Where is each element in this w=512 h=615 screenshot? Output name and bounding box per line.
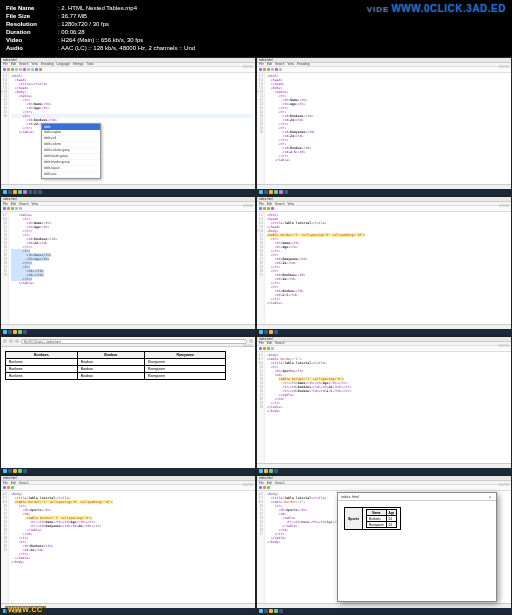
frame-6-editor: index.html FileEditSearch 4 5 6 7 8 9 10… — [256, 336, 512, 476]
task-icon[interactable] — [8, 190, 12, 194]
thumbnail-grid: index.html FileEditSearchViewEncodingLan… — [0, 57, 512, 615]
back-icon[interactable] — [3, 339, 7, 343]
preview-window[interactable]: index.html × Sports NameAge Bunkees24 Ra… — [337, 492, 497, 602]
browser-toolbar[interactable]: file:///C:/Users/.../index.html — [1, 337, 255, 347]
code-editor[interactable]: 1 2 3 4 5 6 7 8 9 10 11 12 13 14 15 16 <… — [1, 73, 255, 185]
start-icon[interactable] — [3, 190, 7, 194]
top-watermark: VIDEWWW.0CLICK.3AD.ED — [367, 2, 506, 16]
browser-viewport[interactable]: BunkeesBoobooRamyanee BunkeesBoobooRamya… — [1, 347, 255, 469]
tool-icon[interactable] — [15, 68, 18, 71]
preview-title: index.html — [341, 494, 359, 499]
meta-value: : 2. HTML Nested Tables.mp4 — [58, 4, 137, 12]
nested-table-inner: NameAge Bunkees24 Ramyanee24 — [366, 509, 397, 528]
frame-2-editor: index.html FileEditSearchViewEncoding 1 … — [256, 57, 512, 197]
file-metadata-block: VIDEWWW.0CLICK.3AD.ED File Name: 2. HTML… — [0, 0, 512, 57]
close-icon[interactable]: × — [487, 494, 493, 500]
preview-titlebar[interactable]: index.html × — [338, 493, 496, 501]
reload-icon[interactable] — [15, 339, 19, 343]
line-gutter: 1 2 3 4 5 6 7 8 9 10 11 12 13 14 15 16 — [1, 73, 9, 185]
nested-table-outer: Sports NameAge Bunkees24 Ramyanee24 — [344, 507, 401, 530]
rendered-table: BunkeesBoobooRamyanee BunkeesBoobooRamya… — [5, 351, 226, 380]
frame-3-editor-selection: index.html FileEditSearchView 6 7 8 9 10… — [0, 196, 256, 336]
pane-watermark: ViViVi — [243, 64, 253, 69]
autocomplete-popup[interactable]: table table-caption table-cell table-col… — [41, 123, 101, 179]
save-icon[interactable] — [11, 68, 14, 71]
windows-taskbar[interactable] — [1, 189, 255, 195]
address-bar[interactable]: file:///C:/Users/.../index.html — [21, 339, 247, 344]
frame-1-editor: index.html FileEditSearchViewEncodingLan… — [0, 57, 256, 197]
outer-header: Sports — [345, 508, 363, 530]
frame-4-editor: index.html FileEditSearchView 1 2 3 4 5 … — [256, 196, 512, 336]
meta-label: File Name — [6, 4, 52, 12]
new-file-icon[interactable] — [3, 68, 6, 71]
bottom-watermark: WWW.CC — [5, 606, 46, 613]
open-icon[interactable] — [7, 68, 10, 71]
frame-7-editor: index.html FileEditSearch 4 5 6 7 8 9 10… — [0, 475, 256, 615]
frame-5-browser: file:///C:/Users/.../index.html BunkeesB… — [0, 336, 256, 476]
frame-8-editor-preview: index.html FileEditSearch 4 5 6 7 8 9 10… — [256, 475, 512, 615]
preview-body: Sports NameAge Bunkees24 Ramyanee24 — [338, 501, 496, 601]
forward-icon[interactable] — [9, 339, 13, 343]
